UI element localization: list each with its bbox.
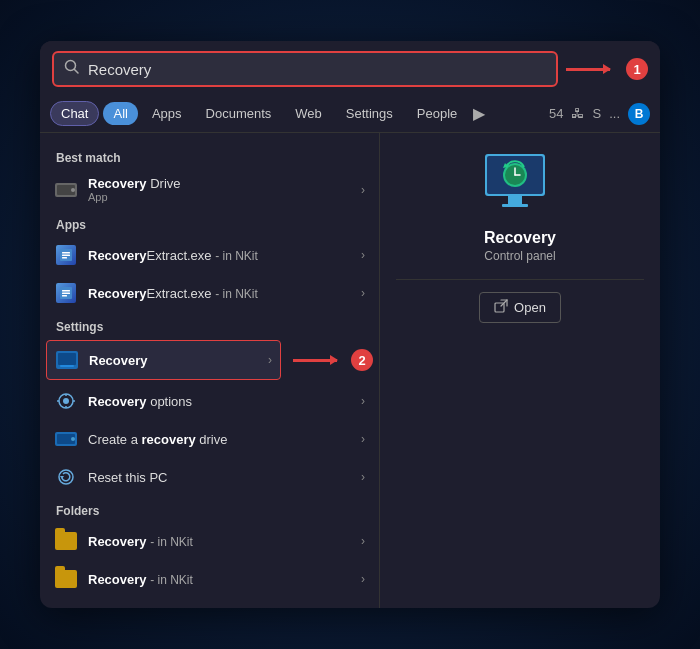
recoveryextract-1-text: RecoveryExtract.exe - in NKit xyxy=(88,248,351,263)
play-icon: ▶ xyxy=(473,104,485,123)
result-folder-recovery-2[interactable]: Recovery - in NKit › xyxy=(40,560,379,598)
reset-pc-icon xyxy=(54,465,78,489)
chevron-icon-8: › xyxy=(361,534,365,548)
svg-rect-30 xyxy=(502,204,528,207)
chevron-icon-2: › xyxy=(361,248,365,262)
main-content: Best match Recovery Drive App › Apps xyxy=(40,133,660,608)
annotation-arrow-2 xyxy=(293,359,337,362)
open-external-icon xyxy=(494,299,508,316)
svg-rect-29 xyxy=(508,196,522,204)
tab-apps[interactable]: Apps xyxy=(142,102,192,125)
chevron-icon-7: › xyxy=(361,470,365,484)
svg-rect-7 xyxy=(62,255,70,257)
search-bar[interactable]: Recovery xyxy=(52,51,558,87)
network-icon: 🖧 xyxy=(571,106,584,121)
result-create-recovery-drive[interactable]: Create a recovery drive › xyxy=(40,420,379,458)
chevron-icon-4: › xyxy=(268,353,272,367)
tab-documents[interactable]: Documents xyxy=(196,102,282,125)
tab-people[interactable]: People xyxy=(407,102,467,125)
create-recovery-drive-icon xyxy=(54,427,78,451)
recoveryextract-2-text: RecoveryExtract.exe - in NKit xyxy=(88,286,351,301)
filter-tabs: Chat All Apps Documents Web Settings Peo… xyxy=(40,97,660,133)
tab-chat[interactable]: Chat xyxy=(50,101,99,126)
chevron-icon-5: › xyxy=(361,394,365,408)
app-title-right: Recovery xyxy=(484,229,556,247)
result-recoveryextract-2[interactable]: RecoveryExtract.exe - in NKit › xyxy=(40,274,379,312)
folder-icon-1 xyxy=(54,529,78,553)
open-button-label: Open xyxy=(514,300,546,315)
search-icon xyxy=(64,59,80,79)
svg-rect-10 xyxy=(62,290,70,292)
search-panel: Recovery 1 Chat All Apps Documents Web S… xyxy=(40,41,660,608)
svg-point-24 xyxy=(71,437,75,441)
section-best-match: Best match xyxy=(40,143,379,169)
search-bar-row: Recovery 1 xyxy=(40,41,660,97)
search-query-text: Recovery xyxy=(88,61,546,78)
svg-marker-26 xyxy=(60,476,64,479)
count-badge: 54 xyxy=(549,106,563,121)
tab-settings[interactable]: Settings xyxy=(336,102,403,125)
app-large-icon xyxy=(480,149,560,219)
recovery-settings-icon xyxy=(55,348,79,372)
svg-point-4 xyxy=(71,188,75,192)
app-exe-icon-2 xyxy=(54,281,78,305)
more-icon[interactable]: ... xyxy=(609,106,620,121)
section-folders: Folders xyxy=(40,496,379,522)
divider xyxy=(396,279,644,280)
drive-icon xyxy=(54,178,78,202)
reset-pc-text: Reset this PC xyxy=(88,470,351,485)
result-folder-recovery-1[interactable]: Recovery - in NKit › xyxy=(40,522,379,560)
annotation-badge-2: 2 xyxy=(351,349,373,371)
tab-web[interactable]: Web xyxy=(285,102,332,125)
tab-extras: 54 🖧 S ... B xyxy=(549,103,650,125)
app-exe-icon-1 xyxy=(54,243,78,267)
svg-point-17 xyxy=(63,398,69,404)
svg-rect-8 xyxy=(62,257,67,259)
recovery-options-text: Recovery options xyxy=(88,394,351,409)
svg-rect-12 xyxy=(62,295,67,297)
user-initial: S xyxy=(592,106,601,121)
right-panel: Recovery Control panel Open xyxy=(380,133,660,608)
svg-rect-15 xyxy=(60,365,74,367)
svg-rect-11 xyxy=(62,293,70,295)
folder-recovery-1-text: Recovery - in NKit xyxy=(88,534,351,549)
section-settings: Settings xyxy=(40,312,379,338)
result-recovery-options[interactable]: Recovery options › xyxy=(40,382,379,420)
chevron-icon-3: › xyxy=(361,286,365,300)
annotation-arrow-1 xyxy=(566,68,610,71)
create-recovery-drive-text: Create a recovery drive xyxy=(88,432,351,447)
svg-rect-6 xyxy=(62,252,70,254)
svg-line-1 xyxy=(75,70,79,74)
open-button[interactable]: Open xyxy=(479,292,561,323)
result-recoveryextract-1[interactable]: RecoveryExtract.exe - in NKit › xyxy=(40,236,379,274)
section-apps: Apps xyxy=(40,210,379,236)
result-recovery-drive[interactable]: Recovery Drive App › xyxy=(40,169,379,210)
annotation-badge-1: 1 xyxy=(626,58,648,80)
recovery-drive-text: Recovery Drive App xyxy=(88,176,351,203)
result-reset-pc[interactable]: Reset this PC › xyxy=(40,458,379,496)
bing-icon[interactable]: B xyxy=(628,103,650,125)
tab-all[interactable]: All xyxy=(103,102,137,125)
left-panel: Best match Recovery Drive App › Apps xyxy=(40,133,380,608)
folder-icon-2 xyxy=(54,567,78,591)
recovery-settings-text: Recovery xyxy=(89,353,258,368)
result-recovery-settings[interactable]: Recovery › xyxy=(46,340,281,380)
folder-recovery-2-text: Recovery - in NKit xyxy=(88,572,351,587)
app-subtitle-right: Control panel xyxy=(484,249,555,263)
svg-rect-14 xyxy=(58,353,76,365)
chevron-icon: › xyxy=(361,183,365,197)
recovery-options-icon xyxy=(54,389,78,413)
chevron-icon-9: › xyxy=(361,572,365,586)
chevron-icon-6: › xyxy=(361,432,365,446)
